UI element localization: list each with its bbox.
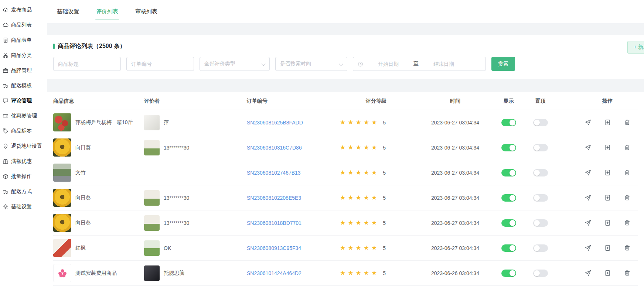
file-add-icon[interactable] — [604, 220, 611, 226]
send-icon[interactable] — [585, 220, 591, 226]
order-number-link[interactable]: SN23060810316C7D86 — [247, 145, 302, 151]
send-icon[interactable] — [585, 245, 591, 251]
tab-audit-list[interactable]: 审核列表 — [134, 0, 158, 23]
sidebar-item-publish-product[interactable]: 发布商品 — [0, 2, 47, 17]
display-toggle[interactable] — [501, 119, 516, 126]
star-rating-icons: ★★★★★ — [340, 245, 379, 251]
review-type-select[interactable]: 全部评价类型 — [200, 57, 270, 71]
pin-toggle[interactable] — [533, 270, 548, 277]
start-date-input[interactable] — [366, 61, 410, 67]
actions-cell — [556, 169, 644, 176]
pin-toggle[interactable] — [533, 169, 548, 176]
pin-toggle[interactable] — [533, 244, 548, 252]
add-button[interactable]: + 新增 — [627, 41, 644, 54]
order-number-link[interactable]: SN2306080913C95F34 — [247, 245, 301, 251]
trash-icon[interactable] — [624, 119, 630, 126]
sidebar-item-label: 评论管理 — [11, 97, 32, 104]
display-toggle[interactable] — [501, 169, 516, 176]
trash-icon[interactable] — [624, 144, 630, 151]
send-icon[interactable] — [585, 195, 591, 201]
pin-toggle[interactable] — [533, 119, 548, 126]
time-search-select[interactable]: 是否搜索时间 — [275, 57, 347, 71]
search-button[interactable]: 搜索 — [491, 57, 515, 71]
table-header-row: 商品信息 评价者 订单编号 评分等级 时间 显示 置顶 操作 — [53, 92, 638, 110]
reviewer-avatar — [144, 215, 160, 231]
sidebar-item-comment-management[interactable]: 评论管理 — [0, 93, 47, 108]
actions-cell — [556, 245, 644, 251]
send-icon[interactable] — [585, 144, 591, 151]
product-image-red-maple — [53, 239, 71, 257]
display-toggle[interactable] — [501, 194, 516, 202]
order-number-link[interactable]: SN2306081027467B13 — [247, 170, 301, 176]
product-cell: 向日葵 — [53, 189, 144, 207]
file-add-icon[interactable] — [604, 245, 611, 251]
sidebar-item-full-amount-discount[interactable]: 满额优惠 — [0, 154, 47, 169]
sidebar-item-basic-settings[interactable]: 基础设置 — [0, 199, 47, 214]
product-name: 红枫 — [75, 245, 86, 251]
pin-toggle[interactable] — [533, 219, 548, 227]
display-toggle[interactable] — [501, 270, 516, 277]
display-toggle[interactable] — [501, 144, 516, 151]
sidebar-item-label: 商品表单 — [11, 37, 32, 44]
sidebar-item-product-tags[interactable]: 商品标签 — [0, 123, 47, 138]
order-number-input[interactable] — [126, 57, 194, 71]
sidebar-item-label: 发布商品 — [11, 7, 32, 13]
product-cell: 萍杨梅乒乓杨梅一箱10斤 — [53, 113, 144, 131]
trash-icon[interactable] — [624, 220, 630, 226]
sidebar-item-coupon-management[interactable]: 优惠券管理 — [0, 108, 47, 123]
file-add-icon[interactable] — [604, 195, 611, 201]
coupon-icon — [3, 113, 8, 119]
sidebar-item-label: 批量操作 — [11, 173, 32, 180]
sidebar-item-return-address-settings[interactable]: 退货地址设置 — [0, 138, 47, 154]
reviewer-name: 13*******30 — [164, 145, 189, 151]
sidebar-item-label: 品牌管理 — [11, 67, 32, 74]
rating-cell: ★★★★★ 5 — [334, 169, 418, 176]
pin-toggle[interactable] — [533, 194, 548, 202]
product-cell: 向日葵 — [53, 138, 144, 157]
sidebar-item-product-category[interactable]: 商品分类 — [0, 48, 47, 63]
sidebar-item-delivery-template[interactable]: 配送模板 — [0, 78, 47, 93]
pin-toggle[interactable] — [533, 144, 548, 151]
trash-icon[interactable] — [624, 270, 630, 276]
display-toggle[interactable] — [501, 244, 516, 252]
tab-bar: 基础设置 评价列表 审核列表 — [47, 0, 644, 23]
actions-cell — [556, 195, 644, 201]
sidebar-item-product-form[interactable]: 商品表单 — [0, 32, 47, 48]
product-title-input[interactable] — [53, 57, 121, 71]
order-number-link[interactable]: SN2306101424A464D2 — [247, 270, 301, 276]
rating-value: 5 — [383, 170, 386, 176]
send-icon[interactable] — [585, 270, 591, 276]
file-add-icon[interactable] — [604, 144, 611, 151]
order-number-link[interactable]: SN2306081625B8FADD — [247, 120, 303, 126]
date-range-picker[interactable]: 至 — [353, 57, 486, 71]
table-row: 测试安装费用商品 托腮思脑 SN2306101424A464D2 ★★★★★ 5… — [53, 261, 638, 286]
file-add-icon[interactable] — [604, 119, 611, 126]
file-add-icon[interactable] — [604, 270, 611, 276]
end-date-input[interactable] — [422, 61, 466, 67]
sidebar-item-batch-operations[interactable]: 批量操作 — [0, 169, 47, 184]
product-name: 向日葵 — [75, 144, 91, 151]
send-icon[interactable] — [585, 119, 591, 126]
tag-icon — [3, 128, 8, 134]
reviewer-avatar — [144, 115, 160, 130]
review-table-panel: 商品信息 评价者 订单编号 评分等级 时间 显示 置顶 操作 萍杨梅乒乓杨梅一箱… — [47, 92, 644, 288]
cloud-upload-icon — [3, 7, 8, 13]
trash-icon[interactable] — [624, 169, 630, 176]
trash-icon[interactable] — [624, 245, 630, 251]
order-number-link[interactable]: SN230608102208E5E3 — [247, 195, 301, 201]
col-header-display: 显示 — [492, 98, 525, 104]
sidebar-item-delivery-method[interactable]: 配送方式 — [0, 184, 47, 199]
file-add-icon[interactable] — [604, 169, 611, 176]
trash-icon[interactable] — [624, 195, 630, 201]
send-icon[interactable] — [585, 169, 591, 176]
sidebar-item-product-list[interactable]: 商品列表 — [0, 17, 47, 32]
order-number-link[interactable]: SN2306081018BD7701 — [247, 220, 301, 226]
sidebar-item-brand-management[interactable]: 品牌管理 — [0, 63, 47, 78]
tab-basic-settings[interactable]: 基础设置 — [56, 0, 80, 23]
display-toggle[interactable] — [501, 219, 516, 227]
rating-cell: ★★★★★ 5 — [334, 220, 418, 226]
review-time: 2023-06-27 03:04:34 — [418, 245, 492, 251]
product-image-bayberry — [53, 113, 71, 131]
sidebar-item-label: 配送模板 — [11, 82, 32, 89]
tab-review-list[interactable]: 评价列表 — [95, 0, 119, 23]
